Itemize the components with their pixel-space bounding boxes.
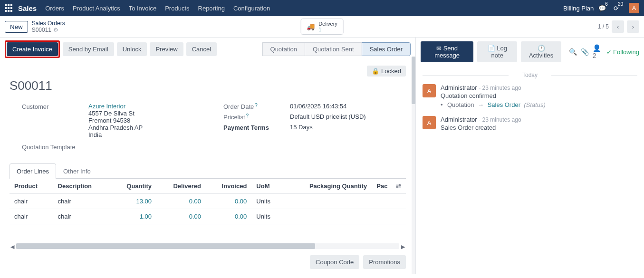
truck-icon: 🚚 (307, 23, 315, 30)
col-product[interactable]: Product (10, 179, 53, 194)
col-pac[interactable]: Pac ⇄ (372, 179, 406, 194)
cell-product: chair (10, 194, 53, 209)
quotation-template-label: Quotation Template (22, 143, 76, 151)
col-invoiced[interactable]: Invoiced (206, 179, 251, 194)
cell-description: chair (53, 209, 111, 224)
stage-quotation-sent[interactable]: Quotation Sent (305, 42, 362, 56)
pricelist-label: Pricelist? (223, 113, 290, 121)
form-tabs: Order Lines Other Info (10, 163, 406, 179)
payment-terms-value: 15 Days (290, 124, 313, 131)
cell-pkg-qty (283, 209, 372, 224)
create-invoice-button[interactable]: Create Invoice (7, 42, 58, 56)
col-quantity[interactable]: Quantity (111, 179, 156, 194)
gear-icon[interactable]: ⚙ (53, 27, 58, 33)
new-button[interactable]: New (5, 21, 28, 33)
help-icon[interactable]: ? (255, 103, 258, 108)
scroll-left-icon[interactable]: ◀ (10, 244, 14, 250)
message-author[interactable]: Administrator (441, 116, 477, 123)
attachment-icon[interactable]: 📎 (581, 48, 589, 56)
lock-icon: 🔒 (372, 67, 379, 75)
menu-product-analytics[interactable]: Product Analytics (73, 5, 120, 12)
cell-description: chair (53, 194, 111, 209)
delivery-stat-button[interactable]: 🚚 Delivery 1 (300, 19, 344, 35)
activities-count: 20 (618, 1, 623, 7)
cell-delivered: 0.00 (156, 209, 206, 224)
table-row[interactable]: chair chair 1.00 0.00 0.00 Units (10, 209, 406, 224)
date-separator: Today (423, 72, 637, 78)
scroll-right-icon[interactable]: ▶ (401, 244, 405, 250)
pager-prev-button[interactable]: ‹ (612, 20, 624, 33)
stage-sales-order[interactable]: Sales Order (362, 42, 411, 56)
customer-addr2: Fremont 94538 (88, 117, 143, 124)
messages-count: 6 (605, 1, 608, 7)
following-button[interactable]: ✓ Following (606, 48, 639, 56)
menu-configuration[interactable]: Configuration (233, 5, 270, 12)
search-icon[interactable]: 🔍 (569, 48, 577, 56)
horizontal-scrollbar[interactable]: ◀ ▶ (10, 243, 406, 250)
send-by-email-button[interactable]: Send by Email (63, 42, 114, 56)
delivery-label: Delivery (318, 21, 337, 27)
cell-invoiced: 0.00 (206, 194, 251, 209)
message-time: - 23 minutes ago (479, 85, 521, 91)
breadcrumb: Sales Orders S00011 ⚙ (32, 20, 65, 33)
cell-pac (372, 194, 406, 209)
user-avatar[interactable]: A (629, 3, 639, 13)
log-note-button[interactable]: 📄 Log note (477, 41, 517, 62)
col-uom[interactable]: UoM (251, 179, 283, 194)
payment-terms-label: Payment Terms (223, 124, 290, 131)
followers-icon[interactable]: 👤2 (593, 44, 603, 59)
main-menu: Orders Product Analytics To Invoice Prod… (45, 5, 270, 12)
action-bar: Create Invoice Send by Email Unlock Prev… (0, 38, 415, 61)
tracking-new-value[interactable]: Sales Order (488, 101, 520, 108)
followers-count: 2 (593, 52, 596, 59)
message-avatar: A (423, 84, 436, 97)
pager-text: 1 / 5 (598, 23, 609, 30)
table-row[interactable]: chair chair 13.00 0.00 0.00 Units (10, 194, 406, 209)
breadcrumb-parent[interactable]: Sales Orders (32, 20, 65, 27)
apps-icon[interactable] (5, 4, 12, 12)
message-tracking: Quotation → Sales Order (Status) (441, 101, 546, 108)
column-toggle-icon[interactable]: ⇄ (396, 182, 401, 190)
message-avatar: A (423, 116, 436, 129)
help-icon[interactable]: ? (246, 113, 249, 118)
chatter-message: A Administrator - 23 minutes ago Sales O… (423, 116, 637, 131)
activities-button[interactable]: 🕐 Activities (521, 41, 561, 62)
tracking-field: (Status) (524, 101, 546, 108)
activities-icon[interactable]: ⟳20 (614, 4, 624, 12)
customer-addr1: 4557 De Silva St (88, 110, 143, 117)
cell-pkg-qty (283, 194, 372, 209)
send-message-button[interactable]: ✉ Send message (421, 41, 473, 62)
coupon-code-button[interactable]: Coupon Code (310, 255, 359, 269)
menu-to-invoice[interactable]: To Invoice (129, 5, 157, 12)
col-delivered[interactable]: Delivered (156, 179, 206, 194)
pager-next-button[interactable]: › (627, 20, 639, 33)
tab-other-info[interactable]: Other Info (56, 163, 98, 179)
menu-products[interactable]: Products (165, 5, 189, 12)
vertical-scrollbar[interactable] (412, 57, 415, 274)
customer-link[interactable]: Azure Interior (88, 103, 125, 110)
message-author[interactable]: Administrator (441, 84, 477, 91)
cell-quantity: 13.00 (111, 194, 156, 209)
stage-quotation[interactable]: Quotation (262, 42, 305, 56)
cell-uom: Units (251, 209, 283, 224)
cancel-button[interactable]: Cancel (186, 42, 217, 56)
messages-icon[interactable]: 💬6 (598, 4, 609, 12)
breadcrumb-current: S00011 (32, 27, 51, 33)
unlock-button[interactable]: Unlock (117, 42, 147, 56)
cell-quantity: 1.00 (111, 209, 156, 224)
menu-reporting[interactable]: Reporting (198, 5, 225, 12)
cell-uom: Units (251, 194, 283, 209)
menu-orders[interactable]: Orders (45, 5, 64, 12)
locked-badge: 🔒 Locked (367, 66, 406, 77)
order-title: S00011 (10, 78, 406, 93)
brand[interactable]: Sales (18, 4, 37, 12)
col-packaging-quantity[interactable]: Packaging Quantity (283, 179, 372, 194)
preview-button[interactable]: Preview (150, 42, 183, 56)
form-content: 🔒 Locked S00011 Customer Azure Interior … (0, 61, 415, 250)
promotions-button[interactable]: Promotions (363, 255, 406, 269)
message-body: Sales Order created (441, 124, 521, 131)
tab-order-lines[interactable]: Order Lines (10, 163, 56, 179)
col-description[interactable]: Description (53, 179, 111, 194)
billing-plan-link[interactable]: Billing Plan (563, 5, 594, 12)
footer-actions: Coupon Code Promotions (0, 250, 415, 274)
